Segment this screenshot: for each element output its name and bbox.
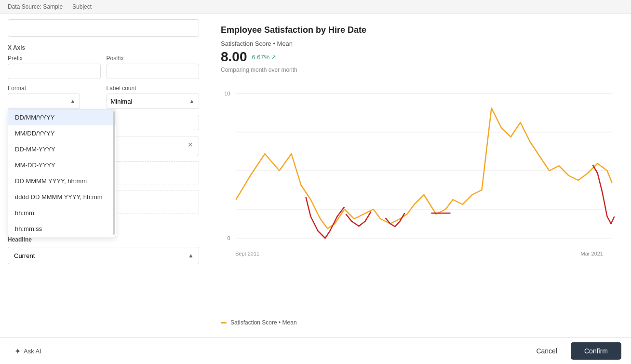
svg-text:10: 10 bbox=[224, 91, 230, 96]
format-dropdown-list: DD/MM/YYYY MM/DD/YYYY DD-MM-YYYY MM-DD-Y… bbox=[8, 109, 116, 237]
ask-ai-icon: ✦ bbox=[14, 347, 21, 356]
chart-pct-arrow: ↗ bbox=[271, 54, 276, 61]
format-option-8[interactable]: hh:mm:ss bbox=[8, 221, 116, 237]
prefix-input[interactable] bbox=[8, 64, 101, 79]
format-option-3[interactable]: DD-MM-YYYY bbox=[8, 141, 116, 157]
label-count-group: Label count Minimal ▲ bbox=[107, 85, 200, 109]
prefix-group: Prefix bbox=[8, 55, 101, 79]
postfix-input[interactable] bbox=[107, 64, 200, 79]
search-input[interactable] bbox=[8, 19, 199, 37]
format-option-6[interactable]: dddd DD MMMM YYYY, hh:mm bbox=[8, 189, 116, 205]
bottom-bar: ✦ Ask AI Cancel Confirm bbox=[0, 337, 631, 364]
ask-ai-label: Ask AI bbox=[24, 348, 41, 355]
chart-area: 10 0 bbox=[221, 79, 618, 314]
top-bar: Data Source: Sample Subject bbox=[0, 0, 631, 13]
chart-pct: 6.67% ↗ bbox=[252, 54, 277, 61]
format-dropdown-wrapper: ▲ DD/MM/YYYY MM/DD/YYYY DD-MM-YYYY MM-DD… bbox=[8, 94, 101, 109]
format-option-7[interactable]: hh:mm bbox=[8, 205, 116, 221]
x-axis-start: Sept 2011 bbox=[235, 251, 259, 256]
postfix-group: Postfix bbox=[107, 55, 200, 79]
chart-metric-label: Satisfaction Score • Mean bbox=[221, 40, 618, 47]
format-option-5[interactable]: DD MMMM YYYY, hh:mm bbox=[8, 173, 116, 189]
dropdown-scrollbar bbox=[113, 111, 115, 235]
format-option-2[interactable]: MM/DD/YYYY bbox=[8, 125, 116, 141]
confirm-button[interactable]: Confirm bbox=[571, 342, 621, 360]
format-label: Format bbox=[8, 85, 101, 92]
chart-compare-label: Comparing month over month bbox=[221, 67, 618, 73]
x-axis-end: Mar 2021 bbox=[581, 251, 603, 256]
legend-dot bbox=[221, 322, 227, 324]
main-content: X Axis Prefix Postfix Format bbox=[0, 13, 631, 337]
prefix-label: Prefix bbox=[8, 55, 101, 62]
postfix-label: Postfix bbox=[107, 55, 200, 62]
x-axis-label: X Axis bbox=[8, 44, 199, 51]
headline-arrow: ▲ bbox=[188, 252, 194, 259]
legend-label: Satisfaction Score • Mean bbox=[230, 319, 297, 326]
label-count-select[interactable]: Minimal ▲ bbox=[107, 94, 200, 109]
headline-section: Headline Current ▲ bbox=[8, 234, 199, 264]
headline-select[interactable]: Current ▲ bbox=[8, 247, 199, 264]
format-option-4[interactable]: MM-DD-YYYY bbox=[8, 157, 116, 173]
format-option-1[interactable]: DD/MM/YYYY bbox=[8, 109, 116, 125]
prefix-postfix-row: Prefix Postfix bbox=[8, 55, 199, 79]
format-dropdown-arrow: ▲ bbox=[70, 98, 76, 105]
headline-label: Headline bbox=[8, 236, 199, 243]
ask-ai-button[interactable]: ✦ Ask AI bbox=[10, 344, 46, 359]
format-dropdown-trigger[interactable]: ▲ bbox=[8, 94, 80, 109]
chart-pct-value: 6.67% bbox=[252, 54, 270, 61]
chart-value: 8.00 bbox=[221, 49, 247, 65]
cancel-button[interactable]: Cancel bbox=[528, 343, 565, 359]
svg-text:0: 0 bbox=[227, 235, 230, 241]
data-source-label: Data Source: Sample bbox=[8, 3, 63, 10]
search-container bbox=[8, 19, 199, 37]
subject-label: Subject bbox=[72, 3, 92, 10]
label-count-value: Minimal bbox=[111, 98, 133, 105]
label-count-label: Label count bbox=[107, 85, 200, 92]
format-group: Format ▲ DD/MM/YYYY MM/DD/YYYY DD-MM-YYY… bbox=[8, 85, 101, 109]
bottom-right-buttons: Cancel Confirm bbox=[528, 342, 621, 360]
chart-title: Employee Satisfaction by Hire Date bbox=[221, 25, 618, 35]
right-panel: Employee Satisfaction by Hire Date Satis… bbox=[207, 13, 631, 337]
left-panel: X Axis Prefix Postfix Format bbox=[0, 13, 207, 337]
format-labelcount-row: Format ▲ DD/MM/YYYY MM/DD/YYYY DD-MM-YYY… bbox=[8, 85, 199, 109]
chart-value-row: 8.00 6.67% ↗ bbox=[221, 49, 618, 65]
chart-legend: Satisfaction Score • Mean bbox=[221, 319, 618, 326]
label-count-arrow: ▲ bbox=[189, 98, 195, 105]
color-condition-close-btn[interactable]: ✕ bbox=[186, 140, 195, 149]
headline-value: Current bbox=[14, 252, 35, 259]
chart-svg: 10 0 bbox=[221, 79, 618, 253]
